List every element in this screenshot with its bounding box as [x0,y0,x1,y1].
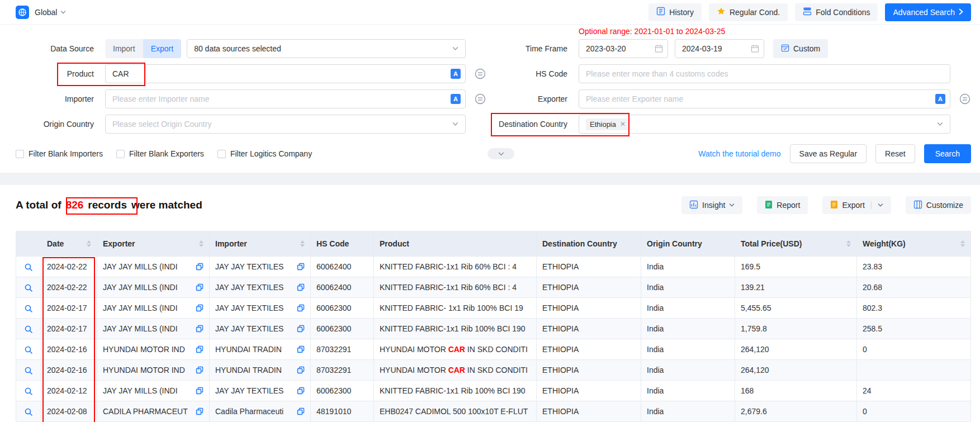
filter-blank-importers[interactable]: Filter Blank Importers [16,149,103,158]
translate-icon[interactable]: A [451,69,461,79]
checkbox-icon[interactable] [116,150,125,158]
row-search-icon[interactable] [24,407,33,416]
copy-icon[interactable] [297,283,305,291]
product-input[interactable]: CAR A [105,64,466,83]
col-importer[interactable]: Importer [210,231,311,257]
row-search-icon[interactable] [24,366,33,375]
export-button[interactable]: Export [822,196,891,214]
svg-text:A: A [453,70,458,77]
export-icon [830,200,838,211]
exporter-name: JAY JAY MILLS (INDI [103,283,178,292]
origin-country-select[interactable]: Please select Origin Country [105,115,466,134]
col-weight[interactable]: Weight(KG) [857,231,971,257]
sort-icon[interactable] [199,240,203,247]
chevron-down-icon[interactable] [878,201,883,210]
region-selector[interactable]: Global [35,8,66,17]
destination-country-select[interactable]: Ethiopia ✕ [579,115,950,134]
region-label: Global [35,8,57,17]
copy-icon[interactable] [196,304,203,312]
match-mode-icon[interactable] [959,93,970,105]
row-search-icon[interactable] [24,345,33,354]
sort-icon[interactable] [300,240,305,247]
importer-placeholder: Please enter Importer name [112,94,210,103]
search-button[interactable]: Search [924,144,971,163]
copy-icon[interactable] [297,325,305,333]
collapse-conditions-button[interactable] [487,148,514,159]
filter-logistics-company[interactable]: Filter Logitics Company [217,149,312,158]
cell-origin: India [641,381,735,401]
advanced-search-button[interactable]: Advanced Search [885,3,971,21]
row-search-icon[interactable] [24,263,33,272]
export-label: Export [842,201,864,210]
row-search-icon[interactable] [24,283,33,292]
report-label: Report [777,201,800,210]
match-mode-icon[interactable] [475,68,486,79]
exporter-input[interactable]: Please enter Exporter name A [579,89,950,108]
match-mode-icon[interactable] [475,93,486,105]
cell-product-text: HYUNDAI MOTOR CAR IN SKD CONDITI [380,366,528,374]
copy-icon[interactable] [196,387,203,395]
copy-icon[interactable] [297,407,305,415]
tab-import[interactable]: Import [105,39,143,58]
cell-total-price: 139.21 [735,277,857,298]
exporter-name: JAY JAY MILLS (INDI [103,262,178,271]
copy-icon[interactable] [297,304,305,312]
product-value: CAR [112,69,129,78]
copy-icon[interactable] [196,407,203,415]
translate-icon[interactable]: A [935,94,945,104]
row-search-icon[interactable] [24,304,33,313]
customize-button[interactable]: Customize [906,196,971,214]
cell-product-text: HYUNDAI MOTOR CAR IN SKD CONDITI [380,345,528,354]
copy-icon[interactable] [196,325,203,333]
date-to-input[interactable]: 2024-03-19 [675,39,764,58]
copy-icon[interactable] [297,366,305,374]
exporter-name: HYUNDAI MOTOR IND [103,366,185,374]
custom-range-button[interactable]: Custom [773,39,828,58]
translate-icon[interactable]: A [451,94,461,104]
regular-cond-label: Regular Cond. [730,8,780,17]
reset-button[interactable]: Reset [875,144,915,163]
importer-input[interactable]: Please enter Importer name A [105,89,466,108]
col-date[interactable]: Date [41,231,97,257]
destination-country-tag[interactable]: Ethiopia ✕ [586,118,629,130]
customize-icon [913,200,922,211]
checkbox-icon[interactable] [217,150,226,158]
remove-tag-icon[interactable]: ✕ [620,121,626,127]
cell-weight: 23.83 [857,257,971,277]
report-button[interactable]: Report [757,196,808,214]
advanced-search-label: Advanced Search [893,8,955,17]
cell-product-text: EHB0247 CADIMOL 500 100x10T E-FLUT [380,407,528,416]
fold-conditions-button[interactable]: Fold Conditions [795,3,878,21]
copy-icon[interactable] [297,345,305,353]
row-search-icon[interactable] [24,325,33,334]
regular-cond-button[interactable]: Regular Cond. [709,3,788,21]
copy-icon[interactable] [297,387,305,395]
filter-blank-exporters[interactable]: Filter Blank Exporters [116,149,204,158]
date-to-value: 2024-03-19 [682,44,722,53]
col-total-price[interactable]: Total Price(USD) [735,231,857,257]
cell-weight: 24 [857,381,971,401]
sort-icon[interactable] [960,240,965,247]
row-search-icon[interactable] [24,387,33,396]
cell-date: 2024-02-22 [41,257,97,277]
tab-export[interactable]: Export [143,39,181,58]
button-divider [871,201,872,209]
sort-icon[interactable] [846,240,851,247]
hs-code-input[interactable]: Please enter more than 4 customs codes [579,64,950,83]
copy-icon[interactable] [196,345,203,353]
history-button[interactable]: History [648,3,702,21]
copy-icon[interactable] [297,263,305,271]
date-from-input[interactable]: 2023-03-20 [579,39,668,58]
tutorial-link[interactable]: Watch the tutorial demo [698,149,780,158]
col-exporter[interactable]: Exporter [97,231,210,257]
save-as-regular-button[interactable]: Save as Regular [790,144,867,163]
insight-button[interactable]: Insight [681,196,742,214]
cell-hs-code: 87032291 [311,360,374,381]
copy-icon[interactable] [196,283,203,291]
copy-icon[interactable] [196,263,203,271]
sort-icon[interactable] [87,240,91,247]
data-source-select[interactable]: 80 data sources selected [187,39,466,58]
cell-product: KNITTED FABRIC-1x1 Rib 100% BCI 190 [374,381,537,401]
checkbox-icon[interactable] [16,150,24,158]
copy-icon[interactable] [196,366,203,374]
